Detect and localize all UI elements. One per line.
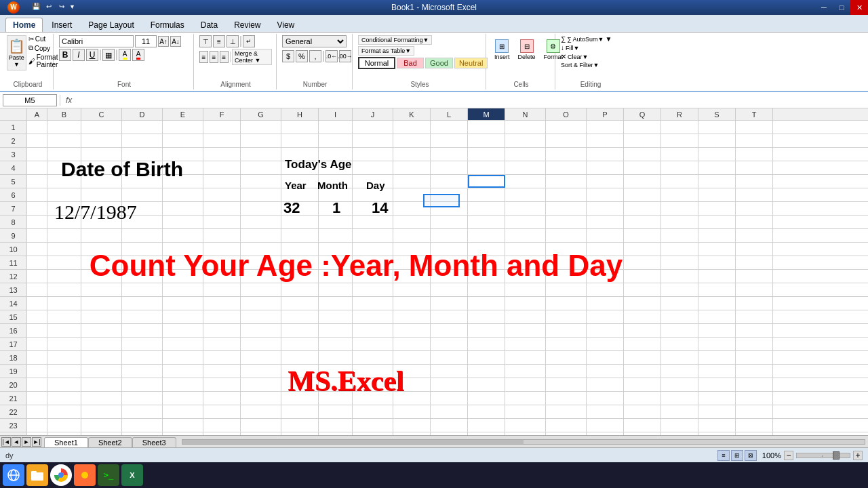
cell-a10[interactable]	[27, 243, 47, 256]
cell-e10[interactable]	[163, 243, 203, 256]
cell-m7[interactable]	[468, 202, 505, 215]
cell-n11[interactable]	[505, 256, 546, 269]
cell-n2[interactable]	[505, 134, 546, 147]
cell-c22[interactable]	[81, 405, 122, 418]
cell-d5[interactable]	[122, 175, 163, 188]
cell-m24[interactable]	[468, 432, 505, 435]
cell-g21[interactable]	[241, 392, 281, 405]
fill-button[interactable]: ↓Fill▼	[561, 44, 579, 52]
cell-k2[interactable]	[393, 134, 431, 147]
cell-i7[interactable]	[319, 202, 353, 215]
row-num-17[interactable]: 17	[0, 338, 27, 350]
cell-n24[interactable]	[505, 432, 546, 435]
cell-f12[interactable]	[203, 270, 241, 283]
cell-e12[interactable]	[163, 270, 203, 283]
cell-k4[interactable]	[393, 161, 431, 174]
row-num-21[interactable]: 21	[0, 392, 27, 405]
cell-e2[interactable]	[163, 134, 203, 147]
cell-o22[interactable]	[546, 405, 587, 418]
cell-h4[interactable]	[281, 161, 319, 174]
row-num-1[interactable]: 1	[0, 121, 27, 134]
cell-p9[interactable]	[587, 229, 624, 242]
cell-k16[interactable]	[393, 324, 431, 337]
cell-r22[interactable]	[661, 405, 698, 418]
h-scrollbar-thumb[interactable]	[182, 440, 524, 444]
cell-c18[interactable]	[81, 351, 122, 364]
cell-d3[interactable]	[122, 148, 163, 161]
cell-a3[interactable]	[27, 148, 47, 161]
cell-a15[interactable]	[27, 310, 47, 323]
cell-j16[interactable]	[353, 324, 393, 337]
cell-b3[interactable]	[47, 148, 81, 161]
merge-center-button[interactable]: Merge & Center ▼	[232, 49, 272, 65]
cell-i22[interactable]	[319, 405, 353, 418]
cell-f4[interactable]	[203, 161, 241, 174]
cell-l11[interactable]	[431, 256, 468, 269]
cell-j14[interactable]	[353, 297, 393, 310]
cell-t9[interactable]	[736, 229, 773, 242]
cell-a7[interactable]	[27, 202, 47, 215]
cell-o19[interactable]	[546, 365, 587, 378]
cell-l13[interactable]	[431, 283, 468, 296]
cell-j5[interactable]	[353, 175, 393, 188]
cell-g22[interactable]	[241, 405, 281, 418]
office-orb[interactable]: W	[7, 1, 20, 14]
cell-q5[interactable]	[624, 175, 661, 188]
cell-n23[interactable]	[505, 419, 546, 432]
cell-g8[interactable]	[241, 216, 281, 228]
cell-j12[interactable]	[353, 270, 393, 283]
cell-l4[interactable]	[431, 161, 468, 174]
cell-n22[interactable]	[505, 405, 546, 418]
minimize-button[interactable]: ─	[815, 0, 833, 15]
cell-c15[interactable]	[81, 310, 122, 323]
normal-view-button[interactable]: ≡	[717, 450, 730, 461]
cell-c11[interactable]	[81, 256, 122, 269]
cell-i21[interactable]	[319, 392, 353, 405]
cell-p22[interactable]	[587, 405, 624, 418]
cell-h19[interactable]	[281, 365, 319, 378]
cell-n6[interactable]	[505, 188, 546, 201]
cell-d20[interactable]	[122, 378, 163, 391]
tab-insert[interactable]: Insert	[44, 18, 79, 32]
close-button[interactable]: ✕	[850, 0, 868, 15]
cell-f15[interactable]	[203, 310, 241, 323]
qat-dropdown[interactable]: ▼	[69, 1, 75, 12]
cell-n18[interactable]	[505, 351, 546, 364]
cell-o15[interactable]	[546, 310, 587, 323]
cell-r21[interactable]	[661, 392, 698, 405]
cell-c10[interactable]	[81, 243, 122, 256]
cell-c14[interactable]	[81, 297, 122, 310]
cell-c12[interactable]	[81, 270, 122, 283]
cell-t4[interactable]	[736, 161, 773, 174]
cell-r7[interactable]	[661, 202, 698, 215]
cell-e18[interactable]	[163, 351, 203, 364]
col-header-t[interactable]: T	[736, 108, 773, 120]
cell-c2[interactable]	[81, 134, 122, 147]
cell-e19[interactable]	[163, 365, 203, 378]
row-num-23[interactable]: 23	[0, 419, 27, 432]
cell-o20[interactable]	[546, 378, 587, 391]
cell-k21[interactable]	[393, 392, 431, 405]
cell-m20[interactable]	[468, 378, 505, 391]
cell-d18[interactable]	[122, 351, 163, 364]
cell-e16[interactable]	[163, 324, 203, 337]
taskbar-folder-icon[interactable]	[26, 464, 48, 486]
cell-f7[interactable]	[203, 202, 241, 215]
cell-g6[interactable]	[241, 188, 281, 201]
cell-s4[interactable]	[698, 161, 736, 174]
cell-j10[interactable]	[353, 243, 393, 256]
cell-d4[interactable]	[122, 161, 163, 174]
cell-h9[interactable]	[281, 229, 319, 242]
dollar-button[interactable]: $	[282, 50, 294, 62]
cell-q15[interactable]	[624, 310, 661, 323]
row-num-20[interactable]: 20	[0, 378, 27, 391]
cell-a12[interactable]	[27, 270, 47, 283]
cell-m10[interactable]	[468, 243, 505, 256]
cell-o4[interactable]	[546, 161, 587, 174]
row-num-6[interactable]: 6	[0, 188, 27, 201]
bold-button[interactable]: B	[59, 49, 71, 61]
cell-q18[interactable]	[624, 351, 661, 364]
cell-b16[interactable]	[47, 324, 81, 337]
cell-g4[interactable]	[241, 161, 281, 174]
cell-b21[interactable]	[47, 392, 81, 405]
